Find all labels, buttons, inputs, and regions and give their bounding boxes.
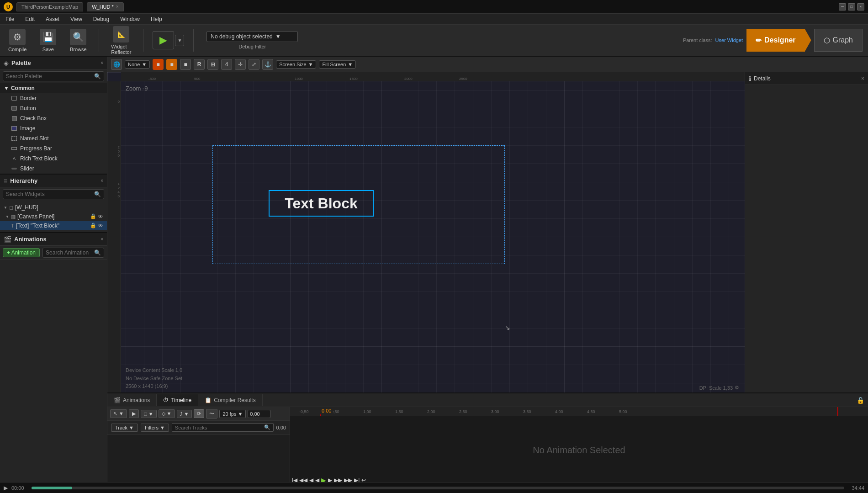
palette-item-named-slot[interactable]: Named Slot [0,133,107,143]
canvas-tool-4[interactable]: 4 [221,59,232,70]
canvas-tool-move[interactable]: ✛ [235,59,246,70]
menu-help[interactable]: Help [149,15,164,23]
hierarchy-item-textblock[interactable]: T [Text] "Text Block" 🔒 👁 [0,221,107,230]
canvas-area[interactable]: -500 500 1000 1500 2000 2500 0 250 1240 … [107,72,745,392]
anim-search-icon: 🔍 [94,249,101,256]
timeline-time-input[interactable] [248,410,270,418]
hierarchy-close-button[interactable]: × [101,178,103,183]
ruler-mark-1500: 1500 [349,77,358,81]
tab-third-person[interactable]: ThirdPersonExampleMap [16,2,83,11]
canvas-tool-globe[interactable]: 🌐 [111,59,122,70]
timeline-wave-button[interactable]: 〜 [206,409,217,419]
menu-window[interactable]: Window [118,15,142,23]
widget-canvas[interactable]: Text Block ↘ [121,81,745,392]
filters-dropdown[interactable]: Filters ▼ [141,424,169,432]
track-area: Track ▼ Filters ▼ 🔍 0,00 [107,421,290,435]
palette-search-input[interactable] [6,73,94,80]
palette-item-button[interactable]: Button [0,103,107,113]
save-button[interactable]: 💾 Save [37,27,59,54]
timeline-easing-button[interactable]: ⤴ ▼ [177,410,192,418]
compile-button[interactable]: ⚙ Compile [5,27,29,54]
tab-compiler-results[interactable]: 📋 Compiler Results [198,394,262,406]
menu-file[interactable]: File [4,15,16,23]
textblock-lock-icon[interactable]: 🔒 [90,223,96,229]
palette-item-progress-bar[interactable]: Progress Bar [0,143,107,154]
hierarchy-item-canvas[interactable]: ▼ ▦ [Canvas Panel] 🔒 👁 [0,212,107,221]
debug-object-dropdown[interactable]: No debug object selected ▼ [206,31,298,42]
palette-item-slider[interactable]: Slider [0,164,107,174]
menu-view[interactable]: View [69,15,84,23]
designer-button[interactable]: ✏ Designer [746,29,804,52]
play-dropdown-button[interactable]: ▼ [175,35,184,46]
close-window-button[interactable]: × [857,3,864,11]
menu-edit[interactable]: Edit [23,15,37,23]
timeline-rect-button[interactable]: □ ▼ [141,410,157,418]
hierarchy-search-icon: 🔍 [94,191,101,197]
text-block-content: Text Block [285,195,357,212]
status-progress-bar[interactable] [32,487,845,489]
palette-close-button[interactable]: × [101,60,103,65]
add-animation-button[interactable]: + Animation [3,248,40,257]
center-area: 🌐 None ▼ ■ ■ ■ R ⊞ 4 ✛ ⤢ ⚓ Screen Size ▼… [107,57,868,493]
minimize-button[interactable]: ─ [839,3,846,11]
screen-size-select[interactable]: Screen Size ▼ [276,60,316,69]
hierarchy-item-whud[interactable]: ▼ ◻ [W_HUD] [0,203,107,212]
timeline-key-button[interactable]: ◇ ▼ [159,409,175,418]
hierarchy-search-input[interactable] [6,191,94,197]
textblock-visibility-icon[interactable]: 👁 [98,223,103,229]
tracks-search-input[interactable] [175,425,262,430]
track-dropdown[interactable]: Track ▼ [111,424,138,432]
menu-debug[interactable]: Debug [91,15,111,23]
dpi-scale-label: DPI Scale 1,33 [699,385,733,391]
canvas-tool-orange1[interactable]: ■ [153,59,164,70]
cursor-tool-button[interactable]: ↖ ▼ [110,409,127,418]
fps-dropdown[interactable]: 20 fps ▼ [219,410,246,418]
widget-reflector-button[interactable]: 📐 WidgetReflector [108,24,134,57]
palette-item-image-label: Image [20,125,35,132]
animations-close-button[interactable]: × [101,237,103,242]
fill-screen-select[interactable]: Fill Screen ▼ [319,60,356,69]
fill-screen-label: Fill Screen [322,62,346,67]
canvas-lock-icon[interactable]: 🔒 [90,213,96,220]
canvas-tool-dark1[interactable]: ■ [180,59,191,70]
palette-item-checkbox[interactable]: Check Box [0,113,107,123]
image-icon [11,125,17,132]
resize-handle-icon[interactable]: ↘ [505,324,510,331]
dpi-settings-icon[interactable]: ⚙ [735,385,739,391]
canvas-tool-r[interactable]: R [194,59,205,70]
canvas-tool-orange2[interactable]: ■ [166,59,177,70]
close-tab-icon[interactable]: × [116,4,119,9]
canvas-tool-expand[interactable]: ⤢ [249,59,259,70]
graph-label: Graph [833,36,853,44]
timeline-loop-button[interactable]: ⟳ [194,409,204,418]
textblock-hier-icons: 🔒 👁 [90,223,103,229]
palette-item-rich-text-block[interactable]: A Rich Text Block [0,154,107,164]
details-close-button[interactable]: × [861,75,864,82]
palette-header: ◈ Palette × [0,57,107,69]
canvas-tool-anchor[interactable]: ⚓ [262,59,273,70]
maximize-button[interactable]: □ [848,3,855,11]
graph-button[interactable]: ⬡ Graph [814,29,863,52]
timeline-play-button[interactable]: ▶ [129,409,139,418]
debug-object-label: No debug object selected [211,33,272,40]
status-play-icon[interactable]: ▶ [4,485,8,491]
palette-category-common[interactable]: ▼ Common [0,83,107,93]
tab-w-hud[interactable]: W_HUD * × [87,2,124,11]
animation-search-input[interactable] [46,249,94,256]
none-mode-select[interactable]: None ▼ [125,60,150,69]
tab-animations[interactable]: 🎬 Animations [107,394,157,406]
canvas-visibility-icon[interactable]: 👁 [98,213,103,220]
text-block-widget[interactable]: Text Block [269,190,374,217]
timeline-toolbar: ↖ ▼ ▶ □ ▼ ◇ ▼ ⤴ ▼ ⟳ 〜 20 fps ▼ [107,407,290,421]
details-title: Details [754,75,771,82]
play-button[interactable]: ▶ [153,31,174,49]
timeline-right[interactable]: -0,50 0,50 1,00 1,50 2,00 2,50 3,00 3,50… [290,407,868,493]
tab-timeline[interactable]: ⏱ Timeline [157,394,198,406]
browse-button[interactable]: 🔍 Browse [67,27,90,54]
lock-timeline-icon[interactable]: 🔒 [857,397,864,404]
canvas-tool-grid[interactable]: ⊞ [207,59,218,70]
palette-item-image[interactable]: Image [0,123,107,133]
palette-item-border[interactable]: Border [0,93,107,103]
menu-asset[interactable]: Asset [44,15,61,23]
palette-item-checkbox-label: Check Box [20,115,47,122]
